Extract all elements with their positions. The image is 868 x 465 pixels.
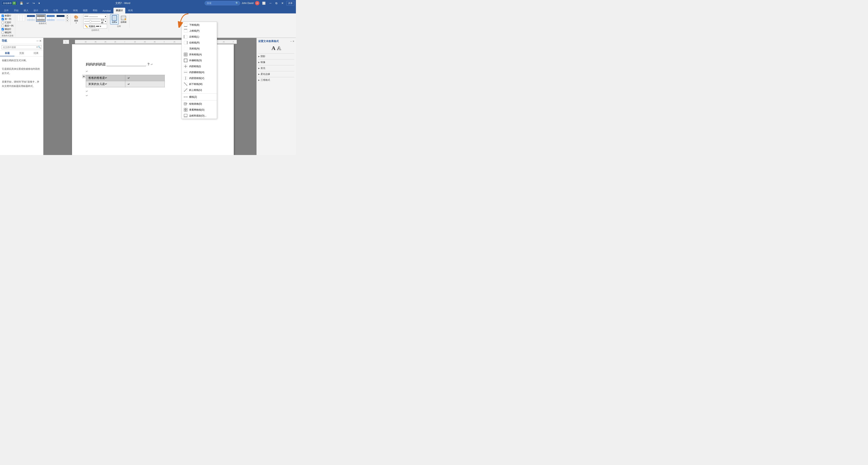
tab-home[interactable]: 开始 — [11, 8, 21, 13]
border-button[interactable]: 边框 ▾ — [110, 14, 119, 25]
menu-border-inside[interactable]: 内部框线(I) — [182, 63, 217, 69]
first-col-check[interactable]: 第一列 — [2, 18, 13, 21]
table-style-3[interactable] — [36, 14, 45, 22]
restore-button[interactable]: ⧉ — [274, 1, 279, 5]
menu-draw-table[interactable]: 绘制表格(D) — [182, 101, 217, 107]
banded-rows-check[interactable]: 镶边行 — [2, 28, 13, 31]
border-button-dropdown[interactable]: ▾ — [116, 21, 117, 23]
table-cell-2-1[interactable]: 舅舅的女儿是↵ — [86, 81, 125, 87]
answer-blank[interactable] — [106, 63, 146, 66]
last-col-check[interactable]: 最后一列 — [2, 24, 13, 27]
table-cell-1-2[interactable]: ↵ — [125, 75, 165, 81]
total-row-check[interactable]: 汇总行 — [2, 21, 13, 24]
table-style-list: ▲ ▼ ▾ — [17, 14, 69, 22]
menu-border-bottom[interactable]: 下框线(B) — [182, 22, 217, 28]
menu-border-top-label: 上框线(P) — [189, 29, 199, 33]
tab-layout[interactable]: 布局 — [41, 8, 51, 13]
right-panel-shadow[interactable]: ▶ 阴影 — [258, 53, 294, 59]
style-more-dropdown[interactable]: ▾ — [66, 19, 69, 22]
minimize-button[interactable]: ─ — [268, 1, 273, 5]
right-panel-header: 设置文本效果格式 ─ ✕ — [258, 39, 294, 43]
menu-border-diag-up[interactable]: 斜上框线(U) — [182, 87, 217, 93]
right-panel-glow[interactable]: ▶ 发光 — [258, 65, 294, 71]
menu-border-hz[interactable]: 横线(Z) — [182, 94, 217, 100]
table-cell-2-2[interactable]: ↵ — [125, 81, 165, 87]
table-style-5[interactable] — [56, 14, 65, 22]
style-scroll-down[interactable]: ▼ — [66, 17, 69, 19]
header-row-check[interactable]: 标题行 — [2, 14, 13, 17]
text-effect-a-solid: A — [272, 45, 275, 51]
save-button[interactable]: 💾 — [19, 1, 24, 5]
table-style-2[interactable] — [26, 14, 36, 22]
close-button[interactable]: ✕ — [280, 1, 285, 5]
menu-border-diag-down[interactable]: 斜下框线(W) — [182, 81, 217, 87]
tab-insert[interactable]: 插入 — [21, 8, 31, 13]
right-panel-collapse[interactable]: ─ — [290, 40, 292, 42]
undo-button[interactable]: ↩ — [26, 1, 30, 5]
3d-format-label: 三维格式 — [260, 78, 270, 82]
nav-search-dropdown[interactable]: ▾ — [36, 46, 38, 48]
border-eraser-button[interactable]: 边框刷 — [119, 14, 128, 25]
menu-border-inside-h[interactable]: 内部横框线(H) — [182, 69, 217, 75]
menu-border-none[interactable]: 无框线(N) — [182, 46, 217, 52]
ribbon-display-button[interactable]: ⬜ — [261, 1, 267, 5]
menu-border-inside-v[interactable]: 内部竖框线(V) — [182, 75, 217, 81]
border-style-dropdown[interactable]: ———— ▾ — [84, 14, 107, 19]
banded-cols-check[interactable]: 镶边列 — [2, 31, 13, 34]
doc-area[interactable]: L |2| |6| |4| |2| 1 |2| |4| |6| 2 |2| |4… — [43, 38, 256, 155]
doc-table[interactable]: 爸爸的爸爸是↵ ↵ 舅舅的女儿是↵ ↵ — [86, 75, 165, 87]
cell-text-2-2: ↵ — [128, 83, 130, 86]
nav-tab-headings[interactable]: 标题 — [0, 51, 14, 56]
right-panel-reflection[interactable]: ▶ 映像 — [258, 59, 294, 65]
svg-rect-6 — [27, 17, 35, 19]
table-cell-1-1[interactable]: 爸爸的爸爸是↵ — [86, 75, 125, 81]
tab-design[interactable]: 设计 — [31, 8, 41, 13]
tab-review[interactable]: 审阅 — [71, 8, 80, 13]
tab-mailings[interactable]: 邮件 — [61, 8, 70, 13]
redo-button[interactable]: ↪ — [31, 1, 36, 5]
table-style-4[interactable] — [46, 14, 56, 22]
glow-label: 发光 — [260, 66, 265, 70]
pen-color-button[interactable]: ✏️ 笔颜色 ▾ — [84, 24, 107, 28]
tab-table-layout[interactable]: 布局 — [126, 8, 135, 13]
tab-help[interactable]: 帮助 — [90, 8, 100, 13]
nav-search-input[interactable] — [2, 45, 42, 49]
menu-border-outside[interactable]: 外侧框线(S) — [182, 57, 217, 63]
menu-border-right[interactable]: 右框线(R) — [182, 40, 217, 46]
tab-file[interactable]: 文件 — [2, 8, 11, 13]
autosave-badge[interactable]: 自动保存 开 — [2, 1, 18, 5]
border-outside-icon — [184, 58, 188, 62]
svg-rect-0 — [17, 15, 25, 21]
quick-access-dropdown[interactable]: ▾ — [37, 1, 41, 5]
nav-search-box: 🔍 ▾ — [0, 44, 43, 51]
border-width-dropdown[interactable]: 0.5 磅 ▾ — [84, 19, 107, 24]
tab-references[interactable]: 引用 — [51, 8, 60, 13]
nav-tab-results[interactable]: 结果 — [29, 51, 43, 56]
shading-button[interactable]: 🎨 底纹 ▾ — [72, 14, 81, 25]
right-panel-close[interactable]: ✕ — [292, 40, 294, 42]
menu-border-top[interactable]: 上框线(P) — [182, 28, 217, 34]
nav-close-button[interactable]: ✕ — [39, 39, 42, 42]
right-panel-3d-format[interactable]: ▶ 三维格式 — [258, 77, 294, 83]
nav-tab-pages[interactable]: 页面 — [14, 51, 29, 56]
main-layout: 导航 ─ ✕ 🔍 ▾ 标题 页面 结果 创建文档的交互式大纲。 它是跟踪具体位置… — [0, 38, 296, 155]
style-scroll-up[interactable]: ▲ — [66, 14, 69, 17]
table-move-handle[interactable]: ⊕ — [82, 75, 86, 78]
menu-border-shading[interactable]: 边框和底纹(O)... — [182, 113, 217, 119]
title-search-input[interactable] — [205, 1, 240, 5]
nav-pin-button[interactable]: ─ — [36, 39, 38, 42]
menu-view-gridlines[interactable]: 查看网格线(G) — [182, 107, 217, 113]
borders-label: 边框样式 — [84, 29, 107, 32]
table-style-1[interactable] — [17, 14, 26, 22]
menu-border-left[interactable]: 左框线(L) — [182, 34, 217, 40]
tab-acrobat[interactable]: Acrobat — [100, 8, 113, 13]
menu-border-none-label: 无框线(N) — [189, 47, 199, 50]
border-top-icon — [184, 29, 188, 33]
right-panel-soft-edges[interactable]: ▶ 柔化边缘 — [258, 71, 294, 77]
tab-view[interactable]: 视图 — [81, 8, 90, 13]
share-button[interactable]: 共享 — [286, 1, 294, 5]
menu-draw-table-label: 绘制表格(D) — [189, 102, 202, 106]
menu-border-all[interactable]: 所有框线(A) — [182, 52, 217, 57]
menu-sep-2 — [182, 100, 217, 100]
tab-table-design[interactable]: 表设计 — [114, 8, 125, 13]
